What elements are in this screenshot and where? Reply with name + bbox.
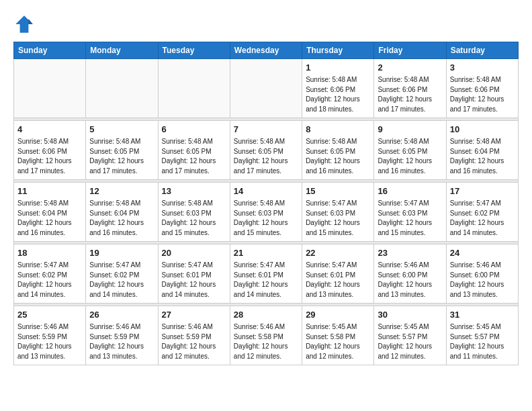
calendar-cell: 28Sunrise: 5:46 AM Sunset: 5:58 PM Dayli… — [230, 306, 302, 365]
week-row-1: 4Sunrise: 5:48 AM Sunset: 6:06 PM Daylig… — [14, 121, 519, 180]
day-number: 30 — [378, 309, 442, 321]
weekday-header-wednesday: Wednesday — [230, 42, 302, 59]
day-number: 27 — [162, 309, 226, 321]
day-info: Sunrise: 5:48 AM Sunset: 6:06 PM Dayligh… — [17, 137, 82, 176]
calendar-cell: 7Sunrise: 5:48 AM Sunset: 6:05 PM Daylig… — [230, 121, 302, 180]
day-number: 10 — [450, 124, 515, 136]
day-info: Sunrise: 5:47 AM Sunset: 6:03 PM Dayligh… — [378, 199, 442, 238]
day-number: 17 — [450, 185, 515, 197]
day-info: Sunrise: 5:46 AM Sunset: 6:00 PM Dayligh… — [378, 261, 442, 300]
calendar-cell: 26Sunrise: 5:46 AM Sunset: 5:59 PM Dayli… — [86, 306, 158, 365]
calendar-cell: 10Sunrise: 5:48 AM Sunset: 6:04 PM Dayli… — [446, 121, 518, 180]
day-number: 31 — [450, 309, 515, 321]
calendar-cell: 22Sunrise: 5:47 AM Sunset: 6:01 PM Dayli… — [302, 244, 374, 304]
day-info: Sunrise: 5:48 AM Sunset: 6:05 PM Dayligh… — [89, 137, 154, 176]
week-row-2: 11Sunrise: 5:48 AM Sunset: 6:04 PM Dayli… — [14, 183, 519, 242]
week-row-3: 18Sunrise: 5:47 AM Sunset: 6:02 PM Dayli… — [14, 244, 519, 304]
calendar-cell: 16Sunrise: 5:47 AM Sunset: 6:03 PM Dayli… — [374, 183, 446, 242]
day-number: 6 — [162, 124, 226, 136]
calendar-cell: 5Sunrise: 5:48 AM Sunset: 6:05 PM Daylig… — [86, 121, 158, 180]
day-info: Sunrise: 5:48 AM Sunset: 6:06 PM Dayligh… — [450, 75, 515, 114]
day-number: 21 — [234, 247, 298, 259]
weekday-header-thursday: Thursday — [302, 42, 374, 59]
calendar-cell: 2Sunrise: 5:48 AM Sunset: 6:06 PM Daylig… — [374, 59, 446, 118]
day-number: 9 — [378, 124, 442, 136]
calendar-cell: 1Sunrise: 5:48 AM Sunset: 6:06 PM Daylig… — [302, 59, 374, 118]
weekday-header-friday: Friday — [374, 42, 446, 59]
day-info: Sunrise: 5:45 AM Sunset: 5:57 PM Dayligh… — [378, 322, 442, 361]
day-info: Sunrise: 5:48 AM Sunset: 6:03 PM Dayligh… — [162, 199, 226, 238]
day-info: Sunrise: 5:46 AM Sunset: 5:59 PM Dayligh… — [17, 322, 82, 361]
logo — [13, 13, 36, 35]
day-number: 5 — [89, 124, 154, 136]
day-number: 28 — [234, 309, 298, 321]
calendar-cell: 4Sunrise: 5:48 AM Sunset: 6:06 PM Daylig… — [14, 121, 86, 180]
calendar-cell: 3Sunrise: 5:48 AM Sunset: 6:06 PM Daylig… — [446, 59, 518, 118]
calendar-cell: 24Sunrise: 5:46 AM Sunset: 6:00 PM Dayli… — [446, 244, 518, 304]
calendar-cell: 8Sunrise: 5:48 AM Sunset: 6:05 PM Daylig… — [302, 121, 374, 180]
logo-icon — [13, 13, 35, 35]
day-info: Sunrise: 5:48 AM Sunset: 6:04 PM Dayligh… — [89, 199, 154, 238]
day-number: 12 — [89, 185, 154, 197]
calendar-cell: 20Sunrise: 5:47 AM Sunset: 6:01 PM Dayli… — [158, 244, 230, 304]
day-info: Sunrise: 5:48 AM Sunset: 6:05 PM Dayligh… — [306, 137, 370, 176]
day-number: 19 — [89, 247, 154, 259]
weekday-header-monday: Monday — [86, 42, 158, 59]
day-number: 24 — [450, 247, 515, 259]
day-info: Sunrise: 5:48 AM Sunset: 6:05 PM Dayligh… — [162, 137, 226, 176]
day-number: 18 — [17, 247, 82, 259]
day-info: Sunrise: 5:48 AM Sunset: 6:04 PM Dayligh… — [450, 137, 515, 176]
day-info: Sunrise: 5:48 AM Sunset: 6:04 PM Dayligh… — [17, 199, 82, 238]
calendar-cell: 11Sunrise: 5:48 AM Sunset: 6:04 PM Dayli… — [14, 183, 86, 242]
day-number: 25 — [17, 309, 82, 321]
weekday-header-row: SundayMondayTuesdayWednesdayThursdayFrid… — [14, 42, 519, 59]
calendar-cell: 15Sunrise: 5:47 AM Sunset: 6:03 PM Dayli… — [302, 183, 374, 242]
day-info: Sunrise: 5:45 AM Sunset: 5:57 PM Dayligh… — [450, 322, 515, 361]
calendar-cell: 27Sunrise: 5:46 AM Sunset: 5:59 PM Dayli… — [158, 306, 230, 365]
day-info: Sunrise: 5:46 AM Sunset: 5:59 PM Dayligh… — [89, 322, 154, 361]
day-info: Sunrise: 5:47 AM Sunset: 6:01 PM Dayligh… — [306, 261, 370, 300]
day-info: Sunrise: 5:47 AM Sunset: 6:03 PM Dayligh… — [306, 199, 370, 238]
day-number: 26 — [89, 309, 154, 321]
day-info: Sunrise: 5:48 AM Sunset: 6:05 PM Dayligh… — [378, 137, 442, 176]
day-number: 14 — [234, 185, 298, 197]
day-info: Sunrise: 5:46 AM Sunset: 6:00 PM Dayligh… — [450, 261, 515, 300]
calendar-cell — [86, 59, 158, 118]
week-row-4: 25Sunrise: 5:46 AM Sunset: 5:59 PM Dayli… — [14, 306, 519, 365]
calendar-cell: 25Sunrise: 5:46 AM Sunset: 5:59 PM Dayli… — [14, 306, 86, 365]
day-info: Sunrise: 5:46 AM Sunset: 5:59 PM Dayligh… — [162, 322, 226, 361]
calendar: SundayMondayTuesdayWednesdayThursdayFrid… — [13, 42, 519, 365]
calendar-cell: 6Sunrise: 5:48 AM Sunset: 6:05 PM Daylig… — [158, 121, 230, 180]
day-info: Sunrise: 5:46 AM Sunset: 5:58 PM Dayligh… — [234, 322, 298, 361]
day-number: 1 — [306, 62, 370, 74]
weekday-header-sunday: Sunday — [14, 42, 86, 59]
day-info: Sunrise: 5:48 AM Sunset: 6:06 PM Dayligh… — [306, 75, 370, 114]
weekday-header-saturday: Saturday — [446, 42, 518, 59]
day-info: Sunrise: 5:48 AM Sunset: 6:06 PM Dayligh… — [378, 75, 442, 114]
day-info: Sunrise: 5:45 AM Sunset: 5:58 PM Dayligh… — [306, 322, 370, 361]
day-number: 3 — [450, 62, 515, 74]
day-number: 7 — [234, 124, 298, 136]
header — [13, 13, 519, 35]
day-number: 13 — [162, 185, 226, 197]
page: SundayMondayTuesdayWednesdayThursdayFrid… — [0, 0, 532, 372]
calendar-cell: 30Sunrise: 5:45 AM Sunset: 5:57 PM Dayli… — [374, 306, 446, 365]
day-number: 29 — [306, 309, 370, 321]
calendar-cell: 18Sunrise: 5:47 AM Sunset: 6:02 PM Dayli… — [14, 244, 86, 304]
weekday-header-tuesday: Tuesday — [158, 42, 230, 59]
day-info: Sunrise: 5:47 AM Sunset: 6:02 PM Dayligh… — [450, 199, 515, 238]
calendar-cell: 31Sunrise: 5:45 AM Sunset: 5:57 PM Dayli… — [446, 306, 518, 365]
day-info: Sunrise: 5:47 AM Sunset: 6:02 PM Dayligh… — [17, 261, 82, 300]
calendar-cell: 14Sunrise: 5:48 AM Sunset: 6:03 PM Dayli… — [230, 183, 302, 242]
calendar-cell: 13Sunrise: 5:48 AM Sunset: 6:03 PM Dayli… — [158, 183, 230, 242]
day-number: 8 — [306, 124, 370, 136]
svg-marker-1 — [28, 19, 32, 24]
calendar-cell: 23Sunrise: 5:46 AM Sunset: 6:00 PM Dayli… — [374, 244, 446, 304]
calendar-cell: 9Sunrise: 5:48 AM Sunset: 6:05 PM Daylig… — [374, 121, 446, 180]
calendar-cell: 21Sunrise: 5:47 AM Sunset: 6:01 PM Dayli… — [230, 244, 302, 304]
day-info: Sunrise: 5:48 AM Sunset: 6:05 PM Dayligh… — [234, 137, 298, 176]
day-number: 20 — [162, 247, 226, 259]
day-number: 22 — [306, 247, 370, 259]
day-number: 11 — [17, 185, 82, 197]
day-info: Sunrise: 5:47 AM Sunset: 6:01 PM Dayligh… — [234, 261, 298, 300]
